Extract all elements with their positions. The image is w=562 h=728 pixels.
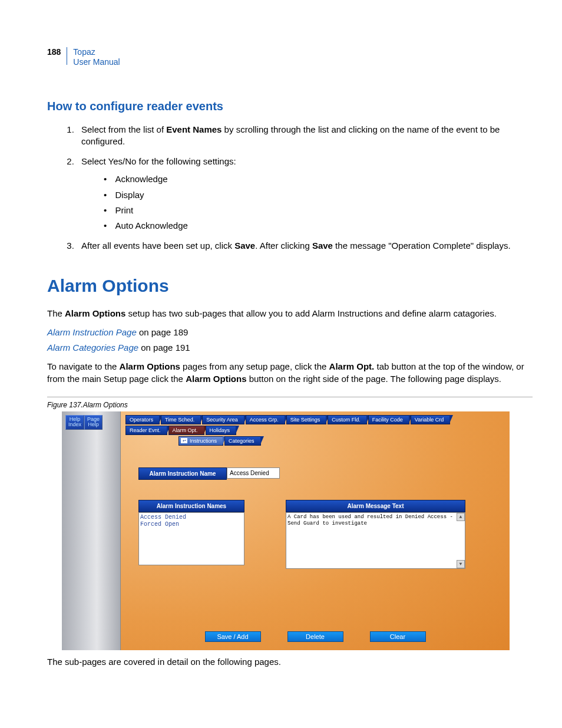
bullet-acknowledge: Acknowledge bbox=[99, 173, 533, 185]
screenshot-main: Operators Time Sched. Security Area Acce… bbox=[121, 411, 510, 650]
alarm-instruction-link[interactable]: Alarm Instruction Page bbox=[47, 327, 137, 337]
tab-time-sched[interactable]: Time Sched. bbox=[161, 415, 201, 424]
doc-subtitle: User Manual bbox=[73, 57, 120, 67]
scroll-up-icon[interactable]: ▲ bbox=[457, 513, 465, 521]
main-heading: Alarm Options bbox=[47, 276, 533, 296]
alarm-instruction-name-row: Alarm Instruction NameAccess Denied bbox=[138, 467, 280, 480]
clear-button[interactable]: Clear bbox=[370, 631, 426, 642]
figure-divider bbox=[47, 397, 533, 397]
alarm-instruction-name-label: Alarm Instruction Name bbox=[138, 467, 227, 480]
bullet-auto-ack: Auto Acknowledge bbox=[99, 220, 533, 232]
tab-site-settings[interactable]: Site Settings bbox=[286, 415, 327, 424]
nav-paragraph: To navigate to the Alarm Options pages f… bbox=[47, 361, 533, 385]
page-header: 188 Topaz User Manual bbox=[47, 47, 533, 67]
intro-paragraph: The Alarm Options setup has two sub-page… bbox=[47, 308, 533, 319]
instruction-names-listbox[interactable]: Access Denied Forced Open bbox=[138, 512, 244, 565]
settings-list: Acknowledge Display Print Auto Acknowled… bbox=[99, 173, 533, 232]
tab-facility-code[interactable]: Facility Code bbox=[368, 415, 409, 424]
tab-instructions[interactable]: ↩ Instructions bbox=[178, 436, 223, 446]
figure-caption: Figure 137.Alarm Options bbox=[47, 401, 533, 409]
step-3: After all events have been set up, click… bbox=[77, 240, 533, 252]
list-item[interactable]: Forced Open bbox=[140, 521, 243, 529]
screenshot-left-panel: Help Index Page Help bbox=[62, 411, 121, 650]
alarm-categories-link[interactable]: Alarm Categories Page bbox=[47, 342, 138, 353]
save-add-button[interactable]: Save / Add bbox=[205, 631, 261, 642]
link-row-2: Alarm Categories Page on page 191 bbox=[47, 342, 533, 354]
action-button-row: Save / Add Delete Clear bbox=[121, 631, 510, 642]
page-number: 188 bbox=[47, 47, 67, 57]
alarm-instruction-name-input[interactable]: Access Denied bbox=[227, 467, 280, 479]
step-1: Select from the list of Event Names by s… bbox=[77, 124, 533, 148]
alarm-options-screenshot: Help Index Page Help Operators Time Sche… bbox=[62, 411, 510, 650]
delete-button[interactable]: Delete bbox=[287, 631, 343, 642]
message-text-group: Alarm Message Text A Card has been used … bbox=[286, 500, 465, 569]
link-row-1: Alarm Instruction Page on page 189 bbox=[47, 327, 533, 338]
tab-alarm-opt[interactable]: Alarm Opt. bbox=[168, 426, 204, 435]
tab-variable-crd[interactable]: Variable Crd bbox=[411, 415, 450, 424]
steps-list: Select from the list of Event Names by s… bbox=[77, 124, 533, 252]
scroll-down-icon[interactable]: ▼ bbox=[457, 560, 465, 568]
bullet-print: Print bbox=[99, 205, 533, 216]
section-heading: How to configure reader events bbox=[47, 100, 533, 113]
tab-security-area[interactable]: Security Area bbox=[202, 415, 244, 424]
bullet-display: Display bbox=[99, 189, 533, 201]
message-text-label: Alarm Message Text bbox=[286, 500, 465, 512]
tab-row-3: ↩ Instructions Categories bbox=[178, 436, 505, 446]
tab-operators[interactable]: Operators bbox=[125, 415, 160, 424]
instruction-names-label: Alarm Instruction Names bbox=[138, 500, 244, 512]
step-2: Select Yes/No for the following settings… bbox=[77, 156, 533, 232]
after-figure-text: The sub-pages are covered in detail on t… bbox=[47, 656, 533, 668]
tab-reader-evnt[interactable]: Reader Evnt. bbox=[125, 426, 167, 435]
instruction-names-group: Alarm Instruction Names Access Denied Fo… bbox=[138, 500, 244, 565]
page-help-button[interactable]: Page Help bbox=[84, 415, 103, 430]
tab-row-2: Reader Evnt. Alarm Opt. Holidays bbox=[125, 426, 505, 435]
list-item[interactable]: Access Denied bbox=[140, 514, 243, 522]
tab-row-1: Operators Time Sched. Security Area Acce… bbox=[125, 415, 505, 424]
help-index-button[interactable]: Help Index bbox=[65, 415, 84, 430]
tab-access-grp[interactable]: Access Grp. bbox=[246, 415, 285, 424]
back-icon: ↩ bbox=[181, 438, 187, 443]
tab-categories[interactable]: Categories bbox=[224, 436, 261, 446]
message-text-area[interactable]: A Card has been used and resulted in Den… bbox=[286, 512, 465, 569]
tab-holidays[interactable]: Holidays bbox=[206, 426, 237, 435]
doc-title: Topaz bbox=[73, 47, 120, 57]
tab-custom-fld[interactable]: Custom Fld. bbox=[328, 415, 367, 424]
header-divider bbox=[67, 47, 67, 65]
